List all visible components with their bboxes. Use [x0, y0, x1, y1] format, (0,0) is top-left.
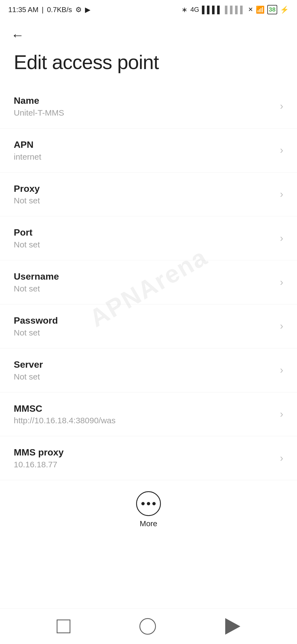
more-dot-3	[152, 502, 156, 505]
chevron-right-icon: ›	[280, 189, 283, 200]
home-icon	[139, 618, 156, 635]
settings-item-username[interactable]: Username Not set ›	[0, 260, 297, 304]
settings-item-mmsc-value: http://10.16.18.4:38090/was	[14, 416, 274, 425]
settings-list: Name Unitel-T-MMS › APN internet › Proxy…	[0, 84, 297, 480]
settings-icon: ⚙	[75, 6, 82, 14]
settings-item-mms-proxy-content: MMS proxy 10.16.18.77	[14, 447, 274, 470]
status-time: 11:35 AM	[8, 6, 38, 14]
settings-item-mmsc-content: MMSC http://10.16.18.4:38090/was	[14, 403, 274, 426]
back-icon	[225, 618, 240, 635]
status-bar: 11:35 AM | 0.7KB/s ⚙ ▶ ∗ 4G ▌▌▌▌ ▌▌▌▌ ✕ …	[0, 0, 297, 19]
settings-item-mmsc-label: MMSC	[14, 403, 274, 414]
camera-icon: ▶	[85, 6, 90, 14]
bluetooth-icon: ∗	[182, 6, 188, 14]
settings-item-server-content: Server Not set	[14, 359, 274, 382]
charging-icon: ⚡	[280, 6, 289, 14]
more-label: More	[140, 519, 157, 528]
settings-item-username-value: Not set	[14, 284, 274, 294]
chevron-right-icon: ›	[280, 452, 283, 464]
status-left: 11:35 AM | 0.7KB/s ⚙ ▶	[8, 6, 90, 14]
settings-item-username-content: Username Not set	[14, 271, 274, 294]
nav-bar	[0, 608, 297, 644]
settings-item-server-value: Not set	[14, 372, 274, 382]
nav-back-button[interactable]	[225, 618, 240, 635]
settings-item-name-label: Name	[14, 95, 274, 106]
settings-item-port-content: Port Not set	[14, 227, 274, 250]
settings-item-name-content: Name Unitel-T-MMS	[14, 95, 274, 118]
chevron-right-icon: ›	[280, 277, 283, 288]
signal-x-icon: ✕	[248, 6, 253, 13]
status-right: ∗ 4G ▌▌▌▌ ▌▌▌▌ ✕ 📶 38 ⚡	[182, 5, 289, 14]
settings-item-proxy-label: Proxy	[14, 183, 274, 194]
battery-icon: 38	[267, 5, 277, 14]
recent-apps-icon	[57, 620, 70, 633]
status-network-speed: 0.7KB/s	[47, 6, 72, 14]
more-button[interactable]	[136, 491, 161, 516]
settings-item-password-content: Password Not set	[14, 315, 274, 338]
nav-home-button[interactable]	[139, 618, 156, 635]
more-dot-1	[141, 502, 145, 505]
more-dots-icon	[141, 502, 156, 505]
settings-item-port-label: Port	[14, 227, 274, 238]
chevron-right-icon: ›	[280, 408, 283, 420]
chevron-right-icon: ›	[280, 144, 283, 156]
settings-item-password[interactable]: Password Not set ›	[0, 304, 297, 348]
back-arrow-icon[interactable]: ←	[11, 28, 24, 43]
status-speed: |	[42, 6, 44, 14]
settings-item-server[interactable]: Server Not set ›	[0, 348, 297, 392]
chevron-right-icon: ›	[280, 364, 283, 376]
settings-item-server-label: Server	[14, 359, 274, 370]
settings-item-apn-content: APN internet	[14, 139, 274, 162]
chevron-right-icon: ›	[280, 100, 283, 112]
wifi-icon: 📶	[256, 6, 265, 14]
signal-bars-icon-2: ▌▌▌▌	[225, 6, 245, 14]
signal-icon-1: 4G	[190, 6, 199, 13]
settings-item-proxy-value: Not set	[14, 196, 274, 206]
settings-item-name[interactable]: Name Unitel-T-MMS ›	[0, 84, 297, 129]
chevron-right-icon: ›	[280, 233, 283, 244]
settings-item-username-label: Username	[14, 271, 274, 282]
settings-item-apn-value: internet	[14, 152, 274, 162]
settings-item-name-value: Unitel-T-MMS	[14, 108, 274, 118]
nav-recent-button[interactable]	[57, 620, 70, 633]
settings-item-mms-proxy-value: 10.16.18.77	[14, 460, 274, 470]
settings-item-proxy-content: Proxy Not set	[14, 183, 274, 206]
settings-item-mmsc[interactable]: MMSC http://10.16.18.4:38090/was ›	[0, 392, 297, 436]
settings-item-port[interactable]: Port Not set ›	[0, 216, 297, 260]
signal-bars-icon: ▌▌▌▌	[202, 6, 222, 14]
settings-item-proxy[interactable]: Proxy Not set ›	[0, 173, 297, 217]
settings-item-apn[interactable]: APN internet ›	[0, 129, 297, 173]
settings-item-port-value: Not set	[14, 240, 274, 250]
back-button[interactable]: ←	[0, 19, 297, 45]
settings-item-password-value: Not set	[14, 328, 274, 338]
settings-item-apn-label: APN	[14, 139, 274, 150]
page-title: Edit access point	[0, 45, 297, 84]
chevron-right-icon: ›	[280, 320, 283, 332]
settings-item-mms-proxy[interactable]: MMS proxy 10.16.18.77 ›	[0, 436, 297, 480]
settings-item-password-label: Password	[14, 315, 274, 326]
main-content: 11:35 AM | 0.7KB/s ⚙ ▶ ∗ 4G ▌▌▌▌ ▌▌▌▌ ✕ …	[0, 0, 297, 575]
settings-item-mms-proxy-label: MMS proxy	[14, 447, 274, 458]
more-dot-2	[147, 502, 150, 505]
more-section: More	[0, 480, 297, 536]
